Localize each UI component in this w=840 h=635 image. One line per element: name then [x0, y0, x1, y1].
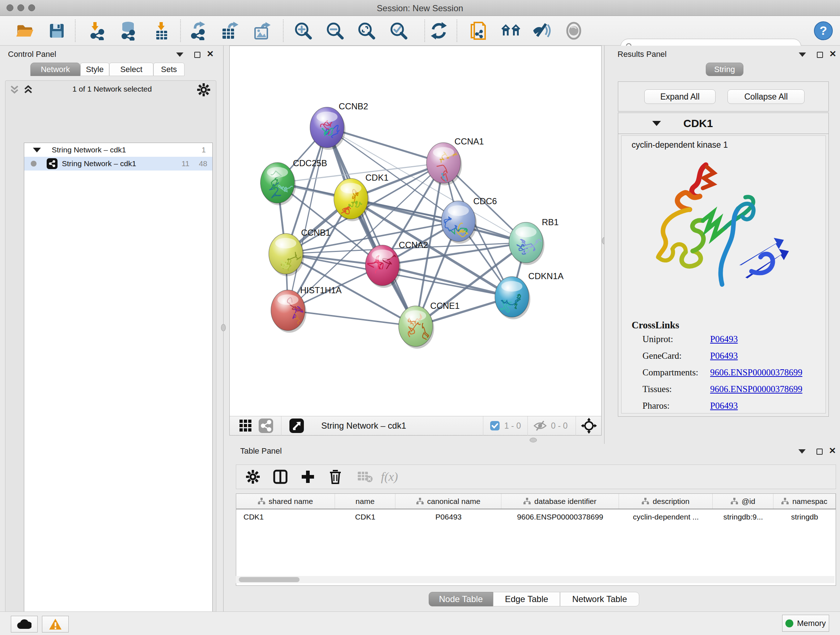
network-row-selected[interactable]: String Network – cdk1 11 48: [24, 157, 212, 171]
column-header-database-identifier[interactable]: database identifier: [501, 494, 619, 509]
table-cell[interactable]: 9606.ENSP00000378699: [501, 513, 619, 521]
birdseye-view-icon[interactable]: [286, 416, 307, 435]
table-cell[interactable]: CDK1: [335, 513, 396, 521]
column-header--id[interactable]: @id: [713, 494, 774, 509]
help-icon[interactable]: ?: [813, 21, 834, 41]
tab-network[interactable]: Network: [30, 63, 80, 76]
memory-button[interactable]: Memory: [782, 615, 829, 632]
first-neighbors-icon[interactable]: [501, 21, 521, 41]
node-CCNE1[interactable]: CCNE1: [399, 301, 460, 348]
warnings-button[interactable]: [42, 616, 69, 632]
network-view-share-icon[interactable]: [256, 416, 276, 435]
tab-node-table[interactable]: Node Table: [429, 592, 493, 606]
control-panel-float-icon[interactable]: [174, 50, 185, 59]
table-panel-undock-icon[interactable]: [814, 447, 825, 456]
column-header-name[interactable]: name: [335, 494, 396, 509]
column-header-canonical-name[interactable]: canonical name: [395, 494, 501, 509]
cloud-status-button[interactable]: [11, 616, 38, 632]
clone-network-icon[interactable]: [468, 21, 488, 41]
scrollbar-thumb[interactable]: [239, 577, 300, 582]
table-panel-close-icon[interactable]: ✕: [827, 446, 838, 455]
node-CCNB2[interactable]: CCNB2: [310, 101, 368, 150]
node-CDK1[interactable]: CDK1: [334, 173, 388, 221]
table-cell[interactable]: stringdb: [774, 513, 836, 521]
tab-style[interactable]: Style: [80, 63, 109, 76]
tab-sets[interactable]: Sets: [153, 63, 185, 76]
tab-select[interactable]: Select: [109, 63, 153, 76]
crosslink-value-link[interactable]: P06493: [710, 351, 737, 361]
table-cell[interactable]: CDK1: [236, 513, 335, 521]
column-header-shared-name[interactable]: shared name: [236, 494, 335, 509]
results-panel-undock-icon[interactable]: [814, 50, 825, 59]
edge-CCNB2-HIST1H1A[interactable]: [288, 127, 327, 310]
crosslink-value-link[interactable]: 9606.ENSP00000378699: [710, 384, 802, 394]
zoom-out-icon[interactable]: [325, 21, 345, 41]
tab-network-table[interactable]: Network Table: [560, 592, 639, 606]
import-network-from-file-icon[interactable]: [88, 21, 108, 41]
entry-expander-icon[interactable]: [652, 121, 661, 126]
hidden-eye-icon[interactable]: [534, 420, 546, 431]
zoom-fit-content-icon[interactable]: [356, 21, 377, 41]
table-row[interactable]: CDK1CDK1P064939606.ENSP00000378699cyclin…: [236, 509, 836, 524]
expand-all-networks-icon[interactable]: [23, 85, 33, 96]
export-image-icon[interactable]: [252, 21, 272, 41]
edge-CCNB2-CCNE1[interactable]: [327, 127, 416, 326]
left-splitter-handle[interactable]: [221, 324, 226, 331]
selected-checkbox-icon[interactable]: [490, 421, 500, 431]
crosslinks-list: Uniprot:P06493GeneCard:P06493Compartment…: [643, 334, 823, 417]
add-column-icon[interactable]: [298, 467, 318, 486]
node-CDC6[interactable]: CDC6: [441, 196, 497, 244]
show-column-panel-icon[interactable]: [270, 467, 291, 486]
node-table[interactable]: shared namenamecanonical namedatabase id…: [236, 494, 836, 586]
export-table-icon[interactable]: [219, 21, 240, 41]
edge-HIST1H1A-CCNE1[interactable]: [288, 310, 416, 326]
node-CDKN1A[interactable]: CDKN1A: [495, 271, 564, 319]
open-session-icon[interactable]: [14, 21, 35, 41]
save-session-icon[interactable]: [47, 21, 67, 41]
bottom-splitter-handle[interactable]: [530, 438, 537, 442]
tab-edge-table[interactable]: Edge Table: [493, 592, 560, 606]
collapse-all-button[interactable]: Collapse All: [728, 89, 805, 104]
zoom-in-icon[interactable]: [293, 21, 313, 41]
entry-header[interactable]: CDK1: [618, 113, 829, 134]
grid-view-icon[interactable]: [235, 416, 256, 435]
zoom-selected-icon[interactable]: [388, 21, 409, 41]
control-panel-undock-icon[interactable]: [192, 50, 202, 59]
import-network-from-database-icon[interactable]: [118, 21, 138, 41]
delete-column-icon[interactable]: [325, 467, 346, 486]
network-collection-row[interactable]: String Network – cdk1 1: [24, 143, 212, 157]
table-panel-float-icon[interactable]: [797, 447, 807, 456]
network-options-gear-icon[interactable]: [197, 83, 210, 97]
expand-all-button[interactable]: Expand All: [644, 89, 715, 104]
collection-expander-icon[interactable]: [33, 148, 41, 152]
column-header-namespac[interactable]: namespac: [774, 494, 836, 509]
column-header-label: @id: [742, 497, 755, 506]
show-hide-graphics-details-icon[interactable]: [532, 21, 553, 41]
node-CCNA1[interactable]: CCNA1: [426, 136, 484, 191]
column-header-description[interactable]: description: [619, 494, 713, 509]
level-of-detail-icon[interactable]: [564, 21, 584, 41]
node-CCNA2[interactable]: CCNA2: [365, 240, 428, 288]
results-panel-close-icon[interactable]: ✕: [827, 49, 838, 59]
node-RB1[interactable]: RB1: [509, 217, 559, 265]
results-panel-float-icon[interactable]: [797, 50, 808, 59]
table-cell[interactable]: stringdb:9...: [713, 513, 774, 521]
export-network-icon[interactable]: [188, 21, 209, 41]
refresh-view-icon[interactable]: [429, 21, 449, 41]
control-panel-close-icon[interactable]: ✕: [205, 49, 216, 59]
pan-crosshair-icon[interactable]: [581, 418, 597, 434]
table-cell[interactable]: cyclin-dependent ...: [619, 513, 713, 521]
table-options-gear-icon[interactable]: [243, 467, 263, 486]
node-CDC25B[interactable]: CDC25B: [261, 158, 327, 205]
horizontal-scrollbar[interactable]: [236, 576, 835, 583]
network-canvas[interactable]: CCNB2CCNA1CDC25BCDK1CDC6RB1CCNB1CCNA2CDK…: [230, 46, 601, 416]
collapse-all-networks-icon[interactable]: [9, 85, 19, 96]
tab-string[interactable]: String: [706, 63, 744, 76]
crosslink-value-link[interactable]: P06493: [710, 334, 737, 344]
table-cell[interactable]: P06493: [395, 513, 501, 521]
import-table-from-file-icon[interactable]: [151, 21, 172, 41]
node-HIST1H1A[interactable]: HIST1H1A: [271, 285, 341, 333]
crosslink-value-link[interactable]: P06493: [710, 401, 737, 411]
crosslink-value-link[interactable]: 9606.ENSP00000378699: [710, 367, 802, 378]
network-view[interactable]: CCNB2CCNA1CDC25BCDK1CDC6RB1CCNB1CCNA2CDK…: [229, 46, 602, 435]
